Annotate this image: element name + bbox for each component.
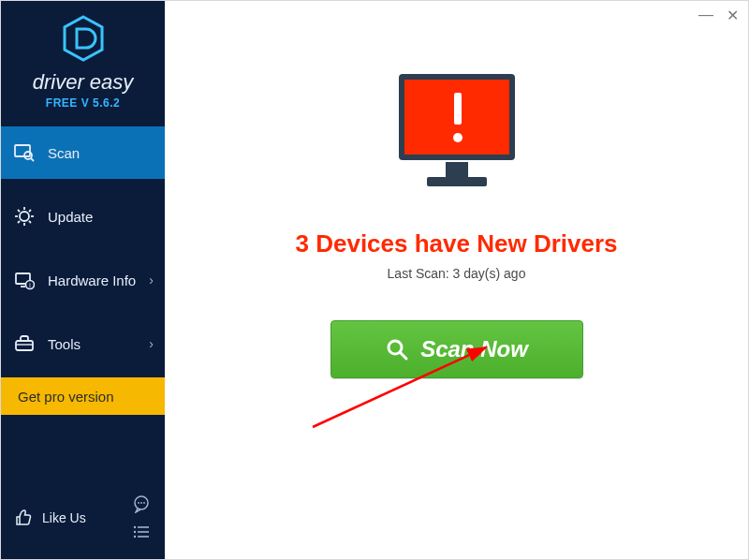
menu-list-icon[interactable]	[131, 522, 152, 542]
nav-label: Hardware Info	[48, 273, 136, 288]
svg-rect-32	[427, 177, 487, 186]
scan-button-label: Scan Now	[420, 336, 528, 362]
svg-point-25	[134, 531, 136, 533]
chevron-right-icon: ›	[149, 336, 154, 351]
svg-line-3	[31, 158, 34, 161]
sidebar-footer: Like Us	[1, 482, 165, 559]
get-pro-button[interactable]: Get pro version	[1, 377, 165, 415]
sidebar-nav: Scan Update	[1, 126, 165, 370]
svg-point-4	[20, 212, 29, 221]
hardware-info-icon: i	[14, 270, 35, 290]
svg-point-27	[134, 536, 136, 538]
svg-line-9	[18, 210, 20, 212]
like-us-label[interactable]: Like Us	[42, 510, 86, 525]
svg-point-23	[134, 526, 136, 528]
search-icon	[385, 337, 409, 361]
feedback-icon[interactable]	[131, 494, 152, 514]
brand-version: FREE V 5.6.2	[1, 96, 165, 110]
last-scan-text: Last Scan: 3 day(s) ago	[388, 266, 526, 281]
main-panel: 3 Devices have New Drivers Last Scan: 3 …	[165, 1, 748, 559]
svg-line-36	[400, 352, 406, 359]
chevron-right-icon: ›	[149, 273, 154, 287]
sidebar-item-tools[interactable]: Tools ›	[1, 317, 165, 370]
nav-label: Tools	[48, 336, 81, 352]
status-headline: 3 Devices have New Drivers	[296, 229, 618, 258]
sidebar-item-scan[interactable]: Scan	[1, 126, 165, 179]
svg-point-20	[138, 502, 140, 504]
monitor-warning-icon	[382, 65, 532, 209]
nav-label: Scan	[48, 145, 80, 161]
scan-icon	[14, 142, 35, 163]
app-window: — ✕ driver easy FREE V 5.6.2	[0, 0, 749, 560]
brand-name: driver easy	[1, 70, 165, 95]
status-graphic: 3 Devices have New Drivers Last Scan: 3 …	[296, 65, 618, 281]
footer-right-icons	[131, 494, 152, 542]
svg-point-34	[453, 133, 463, 142]
gear-icon	[14, 206, 35, 227]
svg-rect-1	[15, 145, 30, 156]
pro-button-label: Get pro version	[18, 389, 114, 405]
sidebar-item-update[interactable]: Update	[1, 190, 165, 243]
svg-line-11	[18, 221, 20, 223]
svg-point-21	[140, 502, 142, 504]
svg-rect-33	[454, 93, 462, 125]
thumbs-up-icon[interactable]	[14, 508, 33, 527]
svg-line-12	[29, 210, 31, 212]
svg-point-22	[143, 502, 145, 504]
nav-label: Update	[48, 209, 93, 225]
svg-rect-31	[446, 162, 468, 177]
sidebar-item-hardware[interactable]: i Hardware Info ›	[1, 254, 165, 306]
scan-now-button[interactable]: Scan Now	[330, 320, 583, 378]
toolbox-icon	[14, 333, 35, 354]
svg-line-10	[29, 221, 31, 223]
logo-icon	[59, 14, 108, 66]
svg-rect-17	[16, 341, 33, 350]
logo-block: driver easy FREE V 5.6.2	[1, 1, 165, 117]
svg-text:i: i	[29, 282, 30, 288]
sidebar: driver easy FREE V 5.6.2 Scan	[1, 1, 165, 559]
